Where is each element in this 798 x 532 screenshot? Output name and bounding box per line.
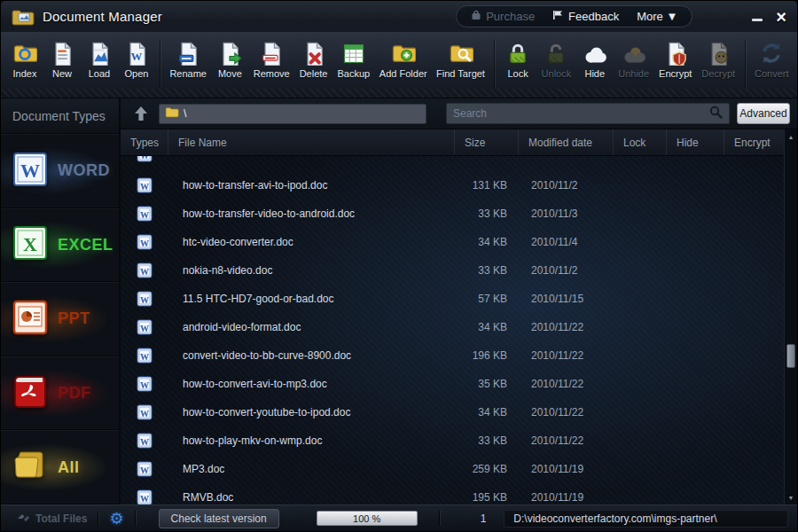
toolbar-label: Encrypt [659,68,692,79]
file-type-cell: W [121,291,168,307]
sidebar-document-types: Document Types WWORDXEXCELPPTPDFAll [1,98,121,505]
svg-text:W: W [140,239,149,248]
column-header-modified-date[interactable]: Modified date [518,129,613,155]
file-date-cell: 2010/11/22 [518,321,613,333]
file-date-cell: 2010/11/2 [518,179,613,192]
purchase-button[interactable]: Purchase [471,10,535,23]
titlebar: Document Manager Purchase Feedback More … [1,1,797,33]
sidebar-item-pdf[interactable]: PDF [1,356,119,431]
table-row[interactable]: Whow-to-play-mkv-on-wmp.doc33 KB2010/11/… [121,426,784,455]
svg-text:X: X [23,233,37,255]
toolbar-button-encrypt[interactable]: Encrypt [654,38,697,81]
table-body: WWhow-to-transfer-avi-to-ipod.doc131 KB2… [121,156,784,505]
table-row[interactable]: Whow-to-convert-avi-to-mp3.doc35 KB2010/… [121,370,784,398]
scrollbar-thumb[interactable] [786,344,795,368]
toolbar-button-load[interactable]: Load [81,38,118,81]
sidebar-item-word[interactable]: WWORD [1,134,119,208]
sidebar-item-label: WORD [58,161,110,180]
toolbar-button-lock[interactable]: Lock [499,38,536,81]
column-header-hide[interactable]: Hide [666,129,724,155]
table-row[interactable]: Whow-to-transfer-video-to-android.doc33 … [121,200,784,228]
check-latest-version-button[interactable]: Check latest version [159,509,279,528]
sidebar-item-all[interactable]: All [1,430,119,505]
table-row[interactable]: Wconvert-video-to-bb-curve-8900.doc196 K… [121,341,784,370]
toolbar-button-unhide: Unhide [614,38,654,81]
sidebar-item-ppt[interactable]: PPT [1,282,119,356]
toolbar-button-new[interactable]: New [43,38,81,81]
word-doc-icon: W [137,489,153,505]
table-row[interactable]: Wandroid-video-format.doc34 KB2010/11/22 [121,313,784,341]
convert-icon [758,40,785,66]
word-doc-icon: W [137,262,153,278]
word-doc-icon: W [137,348,153,364]
search-input[interactable] [453,107,709,120]
table-row-partial[interactable]: W [121,156,784,171]
progress-bar: 100 % [317,511,418,526]
toolbar-button-backup[interactable]: Backup [332,38,375,81]
table-row[interactable]: Whow-to-convert-youtube-to-ipod.doc34 KB… [121,398,784,426]
file-date-cell: 2010/11/2 [518,264,613,277]
toolbar-button-hide[interactable]: Hide [576,38,614,81]
gear-icon[interactable]: ⚙ [109,511,123,527]
column-header-encrypt[interactable]: Encrypt [724,129,786,155]
decrypt-icon [705,40,732,66]
path-input[interactable] [184,107,420,120]
toolbar-label: Unhide [618,68,649,79]
file-type-cell: W [121,461,168,477]
toolbar-button-add-folder[interactable]: Add Folder [375,38,432,81]
toolbar-button-find-target[interactable]: Find Target [432,38,489,81]
table-row[interactable]: Wnokia-n8-video.doc33 KB2010/11/2 [121,256,784,285]
column-header-lock[interactable]: Lock [613,129,666,155]
toolbar-button-delete[interactable]: Delete [294,38,332,81]
toolbar-button-remove[interactable]: Remove [248,38,294,81]
vertical-scrollbar[interactable]: ▲ ▼ [784,129,797,505]
rename-icon [175,40,201,66]
close-button[interactable]: × [776,11,786,23]
file-type-cell: W [121,206,168,222]
up-directory-button[interactable] [129,103,153,124]
file-size-cell: 196 KB [454,349,518,362]
toolbar-separator [160,40,160,88]
svg-text:W: W [140,156,149,160]
document-manager-window: Document Manager Purchase Feedback More … [0,0,798,532]
column-header-file-name[interactable]: File Name [168,129,454,155]
file-name-cell: htc-video-converter.doc [168,236,454,248]
total-files-indicator[interactable]: Total Files [17,512,87,526]
svg-text:W: W [140,182,149,192]
toolbar-separator [494,40,495,88]
file-name-cell: nokia-n8-video.doc [168,264,454,277]
toolbar-button-open[interactable]: WOpen [118,38,155,81]
find-target-icon [448,40,474,66]
toolbar-button-rename[interactable]: Rename [165,38,211,81]
file-size-cell: 35 KB [454,378,518,390]
advanced-search-button[interactable]: Advanced [737,103,790,124]
column-header-size[interactable]: Size [454,129,518,155]
current-path: D:\videoconverterfactory.com\imgs-partne… [504,510,788,528]
word-doc-icon: W [137,156,153,162]
toolbar-button-move[interactable]: Move [211,38,248,81]
excel-type-icon: X [12,225,48,264]
remove-icon [258,40,285,66]
sidebar-item-excel[interactable]: XEXCEL [1,208,119,283]
feedback-button[interactable]: Feedback [552,10,619,23]
table-row[interactable]: Whow-to-transfer-avi-to-ipod.doc131 KB20… [121,171,784,200]
file-type-cell: W [121,319,168,335]
table-row[interactable]: W11.5 HTC-HD7-good-or-bad.doc57 KB2010/1… [121,285,784,313]
svg-text:W: W [140,380,149,390]
index-folder-icon [12,40,38,66]
svg-text:W: W [140,210,149,220]
column-header-types[interactable]: Types [121,129,168,155]
scroll-up-icon[interactable]: ▲ [785,130,797,143]
total-files-label: Total Files [35,512,87,525]
scroll-down-icon[interactable]: ▼ [785,491,797,504]
file-name-cell: android-video-format.doc [168,321,454,333]
file-table: TypesFile NameSizeModified dateLockHideE… [121,129,797,505]
toolbar-button-index[interactable]: Index [6,38,43,81]
table-row[interactable]: WMP3.doc259 KB2010/11/19 [121,455,784,483]
more-menu-button[interactable]: More ▼ [637,10,677,23]
search-icon[interactable] [709,106,723,122]
table-row[interactable]: WRMVB.doc195 KB2010/11/19 [121,483,784,505]
file-size-cell: 33 KB [454,434,518,447]
minimize-button[interactable] [751,11,763,23]
table-row[interactable]: Whtc-video-converter.doc34 KB2010/11/4 [121,228,784,256]
